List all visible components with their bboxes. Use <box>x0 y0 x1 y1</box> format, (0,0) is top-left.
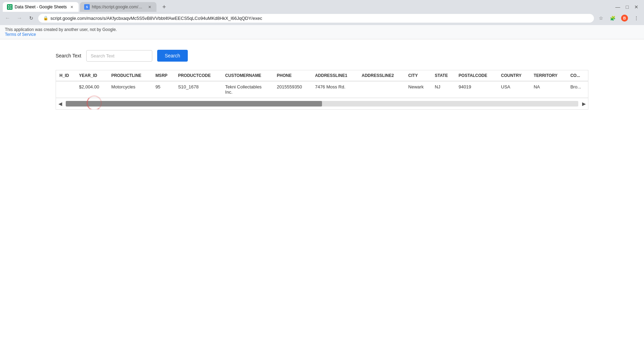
cell-addressline1: 7476 Moss Rd. <box>312 81 358 98</box>
address-bar-row: ← → ↻ 🔒 script.google.com/macros/s/AKfyc… <box>0 12 644 25</box>
cell-co: Bro... <box>567 81 588 98</box>
refresh-button[interactable]: ↻ <box>26 13 36 23</box>
maximize-button[interactable]: □ <box>626 4 629 10</box>
table-row: $2,004.00 Motorcycles 95 S10_1678 Tekni … <box>56 81 588 98</box>
terms-of-service-link[interactable]: Terms of Service <box>5 32 36 37</box>
search-button[interactable]: Search <box>157 50 188 62</box>
col-state: STATE <box>431 70 455 81</box>
scroll-track[interactable] <box>66 101 578 107</box>
col-phone: PHONE <box>273 70 312 81</box>
col-customername: CUSTOMERNAME <box>222 70 273 81</box>
cell-state: NJ <box>431 81 455 98</box>
col-year-id: YEAR_ID <box>75 70 108 81</box>
lock-icon: 🔒 <box>43 16 48 21</box>
close-button[interactable]: ✕ <box>634 4 638 10</box>
col-h-id: H_ID <box>56 70 75 81</box>
col-addressline1: ADDRESSLINE1 <box>312 70 358 81</box>
cell-customername: Tekni CollectablesInc. <box>222 81 273 98</box>
col-productcode: PRODUCTCODE <box>175 70 222 81</box>
back-button[interactable]: ← <box>3 13 13 23</box>
scroll-right-button[interactable]: ▶ <box>580 100 588 108</box>
table-header-row: H_ID YEAR_ID PRODUCTLINE MSRP PRODUCTCOD… <box>56 70 588 81</box>
tab-sheets[interactable]: Data Sheet - Google Sheets ✕ <box>3 2 79 12</box>
script-tab-icon: S <box>84 4 90 10</box>
search-label: Search Text <box>56 53 81 58</box>
window-controls: — □ ✕ <box>615 4 641 10</box>
forward-button[interactable]: → <box>15 13 24 23</box>
data-table: H_ID YEAR_ID PRODUCTLINE MSRP PRODUCTCOD… <box>56 70 588 98</box>
sheets-tab-icon <box>7 4 13 10</box>
table-container: H_ID YEAR_ID PRODUCTLINE MSRP PRODUCTCOD… <box>56 70 588 110</box>
tab-script[interactable]: S https://script.google.com/macro... ✕ <box>80 2 156 12</box>
search-input[interactable] <box>86 50 152 62</box>
scroll-thumb <box>66 101 322 107</box>
tab-script-title: https://script.google.com/macro... <box>92 5 145 9</box>
cell-territory: NA <box>530 81 567 98</box>
col-city: CITY <box>405 70 431 81</box>
cell-year-id: $2,004.00 <box>75 81 108 98</box>
tab-script-close[interactable]: ✕ <box>147 4 152 10</box>
cell-country: USA <box>498 81 530 98</box>
cell-h-id <box>56 81 75 98</box>
browser-actions: ☆ 🧩 B ⋮ <box>596 13 641 23</box>
menu-button[interactable]: ⋮ <box>631 13 641 23</box>
minimize-button[interactable]: — <box>615 4 620 10</box>
tab-sheets-close[interactable]: ✕ <box>69 4 74 10</box>
info-message: This application was created by another … <box>5 27 117 32</box>
col-co: CO... <box>567 70 588 81</box>
col-msrp: MSRP <box>152 70 175 81</box>
cell-postalcode: 94019 <box>455 81 498 98</box>
col-productline: PRODUCTLINE <box>108 70 152 81</box>
search-area: Search Text Search <box>56 50 644 62</box>
col-postalcode: POSTALCODE <box>455 70 498 81</box>
cell-phone: 2015559350 <box>273 81 312 98</box>
col-territory: TERRITORY <box>530 70 567 81</box>
cell-city: Newark <box>405 81 431 98</box>
cell-productcode: S10_1678 <box>175 81 222 98</box>
tab-sheets-title: Data Sheet - Google Sheets <box>15 5 67 9</box>
info-bar: This application was created by another … <box>0 25 644 39</box>
page-content: This application was created by another … <box>0 25 644 362</box>
cell-productline: Motorcycles <box>108 81 152 98</box>
col-country: COUNTRY <box>498 70 530 81</box>
scroll-row: ◀ ▶ <box>56 98 588 109</box>
col-addressline2: ADDRESSLINE2 <box>358 70 405 81</box>
loading-indicator <box>87 95 102 110</box>
browser-chrome: Data Sheet - Google Sheets ✕ S https://s… <box>0 0 644 25</box>
cell-addressline2 <box>358 81 405 98</box>
scroll-left-button[interactable]: ◀ <box>56 100 64 108</box>
brave-button[interactable]: B <box>620 13 629 23</box>
bookmark-button[interactable]: ☆ <box>596 13 606 23</box>
address-bar[interactable]: 🔒 script.google.com/macros/s/AKfycbxaqvM… <box>38 14 594 23</box>
new-tab-button[interactable]: + <box>159 2 169 12</box>
address-text: script.google.com/macros/s/AKfycbxaqvMc5… <box>50 16 262 21</box>
cell-msrp: 95 <box>152 81 175 98</box>
app-body: Search Text Search H_ID YEAR_ID PRODUCTL… <box>0 39 644 110</box>
title-bar: Data Sheet - Google Sheets ✕ S https://s… <box>0 0 644 12</box>
extensions-button[interactable]: 🧩 <box>608 13 618 23</box>
